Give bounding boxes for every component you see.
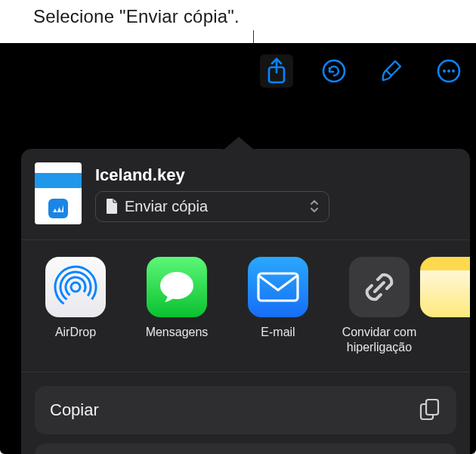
- share-target-label: E-mail: [233, 325, 323, 340]
- share-target-label: Mensagens: [131, 325, 222, 340]
- share-targets-row[interactable]: AirDrop Mensagens: [21, 240, 470, 372]
- svg-point-10: [160, 272, 193, 299]
- svg-point-3: [443, 69, 446, 73]
- svg-point-4: [447, 69, 450, 73]
- action-copy-label: Copiar: [50, 400, 99, 420]
- share-target-mail[interactable]: E-mail: [237, 257, 319, 340]
- share-sheet: Iceland.key Enviar cópia: [21, 149, 470, 454]
- file-thumbnail: [35, 162, 82, 224]
- svg-rect-11: [258, 273, 298, 301]
- device-frame: Iceland.key Enviar cópia: [0, 43, 476, 454]
- share-target-notes[interactable]: [440, 257, 461, 325]
- link-icon: [349, 257, 410, 317]
- share-header-text: Iceland.key Enviar cópia: [95, 165, 456, 222]
- svg-point-1: [323, 60, 345, 82]
- svg-point-7: [62, 273, 89, 301]
- share-button[interactable]: [260, 54, 293, 88]
- annotation-text: Selecione "Enviar cópia".: [33, 6, 240, 27]
- format-brush-icon: [378, 57, 405, 85]
- share-sheet-header: Iceland.key Enviar cópia: [21, 149, 470, 240]
- share-mode-label: Enviar cópia: [125, 198, 208, 215]
- share-target-messages[interactable]: Mensagens: [136, 257, 218, 340]
- popup-chevrons-icon: [309, 198, 320, 215]
- keynote-app-icon: [48, 199, 68, 218]
- more-icon: [435, 57, 462, 85]
- share-target-invite-link[interactable]: Convidar com hiperligação: [338, 257, 420, 355]
- notes-icon: [420, 257, 470, 317]
- mail-icon: [248, 257, 308, 317]
- copy-icon: [419, 398, 441, 422]
- share-actions: Copiar: [21, 372, 470, 454]
- format-button[interactable]: [375, 54, 408, 88]
- share-icon: [265, 57, 288, 85]
- document-icon: [105, 198, 119, 215]
- undo-button[interactable]: [317, 54, 351, 88]
- airdrop-icon: [45, 257, 106, 317]
- undo-icon: [320, 57, 348, 85]
- popover-arrow: [223, 137, 255, 150]
- share-target-label: Convidar com hiperligação: [334, 325, 425, 355]
- svg-point-6: [71, 283, 80, 292]
- svg-rect-13: [426, 400, 438, 415]
- action-row-partial[interactable]: [35, 443, 456, 454]
- file-title: Iceland.key: [95, 165, 456, 185]
- messages-icon: [147, 257, 207, 317]
- share-target-airdrop[interactable]: AirDrop: [35, 257, 116, 340]
- share-mode-select[interactable]: Enviar cópia: [95, 191, 329, 222]
- top-toolbar: [0, 43, 476, 99]
- share-target-label: AirDrop: [30, 325, 121, 340]
- svg-point-5: [452, 69, 455, 73]
- action-copy[interactable]: Copiar: [35, 386, 456, 434]
- more-button[interactable]: [432, 54, 465, 88]
